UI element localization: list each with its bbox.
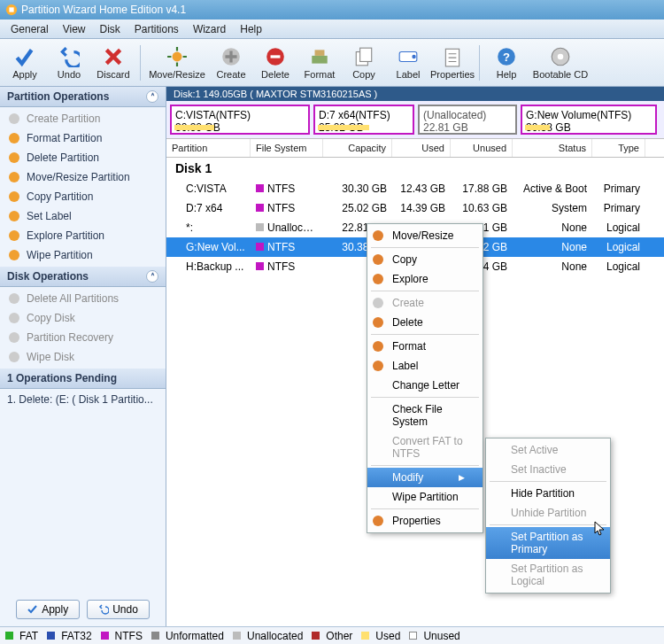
ctx-copy[interactable]: Copy <box>367 250 483 269</box>
bootablecd-button[interactable]: Bootable CD <box>529 42 591 84</box>
titlebar: Partition Wizard Home Edition v4.1 <box>0 0 664 19</box>
menu-disk[interactable]: Disk <box>93 21 127 37</box>
op-item[interactable]: Set Label <box>0 206 166 226</box>
apply-button[interactable]: Apply <box>16 600 80 619</box>
ctx-label: Delete <box>392 316 423 329</box>
delete-button[interactable]: Delete <box>254 42 297 84</box>
cell: Unallocated <box>251 220 323 236</box>
ctx-label: Set Partition as Logical <box>511 563 592 587</box>
op-label: Explore Partition <box>27 229 104 242</box>
ctx-properties[interactable]: Properties <box>367 511 483 531</box>
legend-item: Unused <box>409 630 459 642</box>
disk-ops-title: Disk Operations <box>7 270 89 283</box>
undo-button[interactable]: Undo <box>48 42 90 84</box>
col-header[interactable]: Capacity <box>323 139 392 157</box>
properties-button[interactable]: Properties <box>431 42 474 84</box>
ctx-change-letter[interactable]: Change Letter <box>367 376 483 395</box>
svg-point-21 <box>9 211 19 221</box>
col-header[interactable]: File System <box>251 139 323 157</box>
col-header[interactable]: Unused <box>451 139 513 157</box>
ctx-modify[interactable]: Modify▶ <box>367 468 483 487</box>
explore-icon <box>371 272 385 286</box>
discard-button[interactable]: Discard <box>92 42 135 84</box>
ctx-label: Format <box>392 340 426 353</box>
op-item[interactable]: Move/Resize Partition <box>0 167 166 187</box>
menu-wizard[interactable]: Wizard <box>186 21 233 37</box>
legend-swatch <box>233 632 241 640</box>
undo-label: Undo <box>58 69 81 80</box>
ctx-move-resize[interactable]: Move/Resize <box>367 226 483 245</box>
menu-help[interactable]: Help <box>233 21 269 37</box>
ctx-set-inactive: Set Inactive <box>486 460 610 479</box>
moveresize-button[interactable]: Move/Resize <box>146 42 208 84</box>
op-item[interactable]: Delete Partition <box>0 148 166 167</box>
menu-view[interactable]: View <box>56 21 93 37</box>
apply-icon <box>14 46 35 67</box>
op-label: Delete Partition <box>27 151 99 164</box>
op-icon <box>7 229 21 243</box>
ctx-label: Explore <box>392 273 429 285</box>
svg-point-28 <box>373 230 383 241</box>
help-button[interactable]: ?Help <box>485 42 528 84</box>
ctx-wipe-partition[interactable]: Wipe Partition <box>367 487 483 507</box>
disk-ops-header[interactable]: Disk Operations ˄ <box>0 267 166 287</box>
svg-point-19 <box>9 172 19 182</box>
op-icon <box>7 151 21 165</box>
disk-header: Disk:1 149.05GB ( MAXTOR STM3160215AS ) <box>166 87 664 101</box>
legend-swatch <box>361 632 369 640</box>
op-item[interactable]: Wipe Partition <box>0 245 166 265</box>
ctx-format[interactable]: Format <box>367 337 483 356</box>
ctx-hide-partition[interactable]: Hide Partition <box>486 484 610 503</box>
apply-button-label: Apply <box>42 603 68 616</box>
col-header[interactable]: Status <box>513 139 592 157</box>
col-header[interactable]: Partition <box>166 139 251 157</box>
ctx-explore[interactable]: Explore <box>367 269 483 289</box>
op-icon <box>7 131 21 145</box>
op-icon <box>7 350 21 364</box>
map-partition[interactable]: C:VISTA(NTFS)30.30 GB <box>170 105 310 135</box>
label-label: Label <box>397 69 421 80</box>
context-menu[interactable]: Move/ResizeCopyExploreCreateDeleteFormat… <box>367 223 483 533</box>
svg-text:?: ? <box>503 50 510 64</box>
svg-rect-8 <box>360 48 372 61</box>
ctx-label[interactable]: Label <box>367 356 483 376</box>
op-item: Wipe Disk <box>0 347 166 367</box>
collapse-icon[interactable]: ˄ <box>146 90 158 103</box>
cell: 14.39 GB <box>392 200 451 216</box>
copy-button[interactable]: Copy <box>343 42 385 84</box>
collapse-icon[interactable]: ˄ <box>146 270 158 283</box>
col-header[interactable]: Used <box>392 139 451 157</box>
op-label: Create Partition <box>27 113 100 125</box>
pending-item[interactable]: 1. Delete: (E: ( Disk 1 Partitio... <box>0 391 166 408</box>
table-row[interactable]: C:VISTANTFS30.30 GB12.43 GB17.88 GBActiv… <box>166 179 664 198</box>
op-item[interactable]: Explore Partition <box>0 226 166 245</box>
ctx-label: Set Active <box>511 444 558 456</box>
legend-swatch <box>151 632 159 640</box>
ctx-set-partition-as-primary[interactable]: Set Partition as Primary <box>486 527 610 559</box>
legend-item: Used <box>361 630 400 642</box>
op-item[interactable]: Format Partition <box>0 128 166 148</box>
undo-button[interactable]: Undo <box>87 600 150 619</box>
ctx-check-file-system[interactable]: Check File System <box>367 400 483 431</box>
create-button[interactable]: Create <box>210 42 252 84</box>
table-row[interactable]: D:7 x64NTFS25.02 GB14.39 GB10.63 GBSyste… <box>166 198 664 218</box>
menu-general[interactable]: General <box>4 21 56 37</box>
format-label: Format <box>305 69 336 80</box>
map-partition[interactable]: D:7 x64(NTFS)25.02 GB <box>313 105 414 135</box>
map-partition[interactable]: G:New Volume(NTFS)30.38 GB <box>521 105 657 135</box>
ctx-delete[interactable]: Delete <box>367 313 483 332</box>
op-item[interactable]: Copy Partition <box>0 187 166 206</box>
copy-icon <box>371 252 385 267</box>
svg-point-17 <box>9 133 19 144</box>
col-header[interactable]: Type <box>592 139 645 157</box>
pending-ops-header[interactable]: 1 Operations Pending <box>0 369 166 389</box>
cell: 30.30 GB <box>323 181 392 197</box>
format-button[interactable]: Format <box>298 42 341 84</box>
menu-partitions[interactable]: Partitions <box>127 21 186 37</box>
partition-ops-header[interactable]: Partition Operations ˄ <box>0 87 166 107</box>
label-button[interactable]: Label <box>387 42 429 84</box>
context-submenu[interactable]: Set ActiveSet InactiveHide PartitionUnhi… <box>485 438 611 594</box>
legend-label: Unformatted <box>166 630 224 642</box>
apply-button[interactable]: Apply <box>4 42 46 84</box>
map-partition[interactable]: (Unallocated)22.81 GB <box>418 105 517 135</box>
